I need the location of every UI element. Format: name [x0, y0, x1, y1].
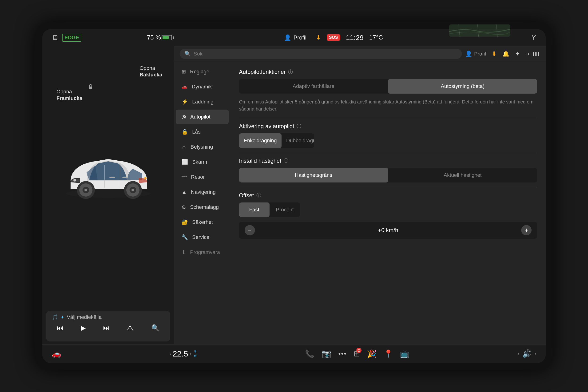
profile-action-icon: 👤	[465, 50, 472, 57]
svg-point-6	[84, 188, 87, 192]
taskbar-right: ‹ 🔊 ›	[518, 349, 536, 358]
svg-rect-13	[109, 176, 115, 178]
svg-point-15	[74, 179, 76, 182]
temp-left-arrow[interactable]: ‹	[169, 350, 171, 357]
prev-button[interactable]: ⏮	[54, 323, 66, 333]
autopilot-info-icon[interactable]: ⓘ	[288, 69, 293, 75]
search-actions: 👤 Profil ⬇ 🔔 ✦ LTE ▌▌▌	[465, 50, 540, 58]
autopilot-description: Om en miss Autopilot sker 5 gånger på gr…	[239, 98, 537, 112]
party-icon[interactable]: 🎉	[367, 349, 376, 358]
camera-icon[interactable]: 📷	[322, 349, 332, 358]
sidebar-item-laddning[interactable]: ⚡ Laddning	[176, 94, 228, 109]
sidebar-label-autopilot: Autopilot	[190, 114, 210, 120]
hastighetsgrans-button[interactable]: Hastighetsgräns	[239, 168, 388, 182]
sidebar-item-autopilot[interactable]: ◎ Autopilot	[176, 110, 228, 124]
bluetooth-media-icon: 🎵	[52, 314, 58, 320]
sidebar-item-skarm[interactable]: ⬜ Skärm	[176, 155, 228, 169]
download-icon[interactable]: ⬇	[316, 34, 321, 41]
play-button[interactable]: ▶	[78, 323, 89, 333]
door-front-label[interactable]: ÖppnaFramlucka	[56, 88, 82, 102]
sidebar-item-schemalägg[interactable]: ⊙ Schemalägg	[176, 200, 228, 214]
offset-plus-button[interactable]: +	[521, 225, 532, 236]
profile-action-label: Profil	[474, 51, 486, 57]
dubbeldragning-button[interactable]: Dubbeldragning	[282, 133, 314, 148]
procent-button[interactable]: Procent	[270, 202, 300, 217]
reglage-icon: ⊞	[182, 69, 186, 75]
sidebar-item-navigering[interactable]: ▲ Navigering	[176, 185, 228, 200]
sidebar-item-las[interactable]: 🔒 Lås	[176, 125, 228, 139]
search-input[interactable]	[194, 51, 457, 57]
skarm-icon: ⬜	[182, 159, 188, 165]
sidebar-label-sakerhet: Säkerhet	[192, 219, 213, 225]
taskbar-left: 🚗	[52, 349, 61, 358]
svg-rect-0	[449, 29, 510, 37]
service-icon: 🔧	[182, 234, 188, 240]
download-action[interactable]: ⬇	[492, 50, 497, 58]
speed-info-icon[interactable]: ⓘ	[284, 158, 288, 164]
equalizer-button[interactable]: ⩚	[124, 323, 137, 333]
sidebar-item-sakerhet[interactable]: 🔐 Säkerhet	[176, 215, 228, 230]
battery-indicator: 75 %	[147, 34, 174, 41]
bell-action[interactable]: 🔔	[502, 50, 510, 57]
apps-icon[interactable]: ⊞ 2	[354, 349, 360, 358]
search-media-button[interactable]: 🔍	[148, 323, 162, 333]
offset-info-icon[interactable]: ⓘ	[256, 192, 261, 198]
more-icon[interactable]: •••	[338, 350, 347, 358]
resor-icon: 〰	[182, 174, 187, 180]
autostyrning-button[interactable]: Autostyrning (beta)	[388, 79, 537, 94]
autopilot-icon: ◎	[182, 114, 186, 120]
volume-icon[interactable]: 🔊	[522, 349, 532, 358]
profile-label: Profil	[294, 34, 306, 41]
sidebar-label-reglage: Reglage	[190, 69, 209, 75]
sidebar-item-service[interactable]: 🔧 Service	[176, 230, 228, 244]
fast-button[interactable]: Fast	[239, 202, 270, 217]
adaptive-cruise-button[interactable]: Adaptiv farthållare	[239, 79, 388, 94]
tv-icon[interactable]: 📺	[400, 349, 410, 358]
car-view: ÖppnaFramlucka ÖppnaBaklucka	[42, 46, 174, 308]
tesla-y-logo: Y	[531, 33, 536, 42]
bluetooth-icon-small: ✦	[60, 314, 64, 320]
media-source: 🎵 ✦ Välj mediekälla	[52, 314, 165, 320]
car-icon[interactable]: 🚗	[52, 349, 61, 358]
profile-button[interactable]: 👤 Profil	[280, 33, 310, 42]
car-svg	[59, 142, 158, 212]
next-button[interactable]: ⏭	[100, 323, 112, 333]
enkeldragning-button[interactable]: Enkeldragning	[239, 133, 282, 148]
sidebar-label-service: Service	[192, 234, 209, 240]
settings-main: Autopilotfunktioner ⓘ Adaptiv farthållar…	[230, 62, 546, 344]
activation-info-icon[interactable]: ⓘ	[296, 123, 301, 129]
svg-point-16	[144, 177, 146, 180]
settings-body: ⊞ Reglage 🚗 Dynamik ⚡ Laddning ◎	[174, 62, 546, 344]
sidebar-item-programvara[interactable]: ⬇ Programvara	[176, 245, 228, 260]
sidebar-item-reglage[interactable]: ⊞ Reglage	[176, 64, 228, 79]
offset-minus-button[interactable]: −	[244, 225, 255, 236]
phone-icon[interactable]: 📞	[305, 349, 314, 358]
sos-badge[interactable]: SOS	[327, 34, 340, 41]
search-input-wrap[interactable]: 🔍	[180, 49, 462, 59]
vol-left-arrow[interactable]: ‹	[518, 350, 519, 357]
belysning-icon: ☼	[182, 144, 186, 150]
nav-sidebar: ⊞ Reglage 🚗 Dynamik ⚡ Laddning ◎	[174, 62, 230, 344]
sidebar-label-laddning: Laddning	[192, 99, 214, 105]
sidebar-item-dynamik[interactable]: 🚗 Dynamik	[176, 80, 228, 94]
temp-display: 22.5	[173, 349, 188, 358]
sidebar-label-skarm: Skärm	[192, 159, 207, 165]
screen: 🖥 EDGE 75 % 👤 Profil	[42, 29, 546, 363]
aktuell-hastighet-button[interactable]: Aktuell hastighet	[388, 168, 537, 182]
bluetooth-action[interactable]: ✦	[515, 50, 520, 57]
speed-section-title: Inställd hastighet	[239, 158, 281, 164]
volume-controls: ‹ 🔊 ›	[518, 349, 536, 358]
sidebar-item-resor[interactable]: 〰 Resor	[176, 170, 228, 184]
map-svg	[449, 29, 510, 37]
navigering-icon: ▲	[182, 189, 187, 195]
lock-icon	[87, 84, 94, 91]
door-rear-label[interactable]: ÖppnaBaklucka	[140, 65, 162, 78]
offset-value: +0 km/h	[259, 227, 518, 234]
map-pin-icon[interactable]: 📍	[384, 349, 393, 358]
vol-right-arrow[interactable]: ›	[534, 350, 536, 357]
profile-action[interactable]: 👤 Profil	[465, 50, 486, 57]
temp-right-arrow[interactable]: ›	[190, 350, 191, 357]
activation-section-title: Aktivering av autopilot	[239, 123, 294, 130]
apps-badge: 2	[356, 348, 362, 353]
sidebar-item-belysning[interactable]: ☼ Belysning	[176, 140, 228, 154]
